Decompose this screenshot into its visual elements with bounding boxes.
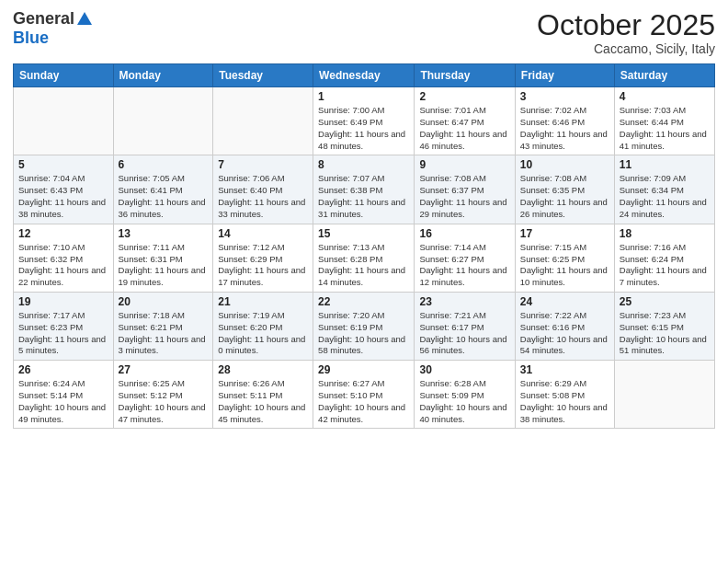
calendar-cell: 17Sunrise: 7:15 AM Sunset: 6:25 PM Dayli… [515,224,614,292]
day-info: Sunrise: 6:29 AM Sunset: 5:08 PM Dayligh… [520,378,609,425]
day-number: 25 [620,295,710,308]
calendar-cell: 1Sunrise: 7:00 AM Sunset: 6:49 PM Daylig… [313,87,415,155]
day-number: 14 [218,227,308,240]
calendar-cell: 11Sunrise: 7:09 AM Sunset: 6:34 PM Dayli… [614,155,714,224]
day-info: Sunrise: 7:08 AM Sunset: 6:35 PM Dayligh… [520,173,609,220]
day-number: 26 [18,363,108,376]
day-number: 15 [318,227,409,240]
day-info: Sunrise: 7:06 AM Sunset: 6:40 PM Dayligh… [218,173,308,220]
day-info: Sunrise: 7:20 AM Sunset: 6:19 PM Dayligh… [318,310,409,357]
day-info: Sunrise: 7:14 AM Sunset: 6:27 PM Dayligh… [419,242,509,289]
calendar-cell: 29Sunrise: 6:27 AM Sunset: 5:10 PM Dayli… [313,361,415,429]
day-number: 2 [419,90,509,103]
day-number: 20 [119,295,209,308]
logo-general-text: General [13,9,74,29]
calendar-cell: 14Sunrise: 7:12 AM Sunset: 6:29 PM Dayli… [213,224,313,292]
day-number: 16 [419,227,509,240]
calendar-cell: 3Sunrise: 7:02 AM Sunset: 6:46 PM Daylig… [515,87,614,155]
calendar-week-row: 26Sunrise: 6:24 AM Sunset: 5:14 PM Dayli… [14,361,715,429]
day-info: Sunrise: 7:18 AM Sunset: 6:21 PM Dayligh… [119,310,209,357]
calendar-day-header: Monday [113,64,213,87]
day-info: Sunrise: 7:09 AM Sunset: 6:34 PM Dayligh… [620,173,710,220]
calendar-cell: 25Sunrise: 7:23 AM Sunset: 6:15 PM Dayli… [614,292,714,360]
calendar-cell: 10Sunrise: 7:08 AM Sunset: 6:35 PM Dayli… [515,155,614,224]
logo-triangle-icon [77,12,92,25]
calendar-cell: 23Sunrise: 7:21 AM Sunset: 6:17 PM Dayli… [415,292,515,360]
day-info: Sunrise: 7:17 AM Sunset: 6:23 PM Dayligh… [18,310,108,357]
calendar-cell: 16Sunrise: 7:14 AM Sunset: 6:27 PM Dayli… [415,224,515,292]
calendar-week-row: 12Sunrise: 7:10 AM Sunset: 6:32 PM Dayli… [14,224,715,292]
day-number: 21 [218,295,308,308]
day-number: 11 [620,158,710,171]
day-number: 30 [419,363,509,376]
calendar-cell: 15Sunrise: 7:13 AM Sunset: 6:28 PM Dayli… [313,224,415,292]
calendar-header-row: SundayMondayTuesdayWednesdayThursdayFrid… [14,64,715,87]
calendar-cell: 9Sunrise: 7:08 AM Sunset: 6:37 PM Daylig… [415,155,515,224]
day-number: 10 [520,158,609,171]
calendar-day-header: Tuesday [213,64,313,87]
calendar-cell: 26Sunrise: 6:24 AM Sunset: 5:14 PM Dayli… [14,361,114,429]
page-container: General Blue October 2025 Caccamo, Sicil… [0,0,728,563]
calendar-cell: 27Sunrise: 6:25 AM Sunset: 5:12 PM Dayli… [113,361,213,429]
day-info: Sunrise: 6:28 AM Sunset: 5:09 PM Dayligh… [419,378,509,425]
day-info: Sunrise: 7:11 AM Sunset: 6:31 PM Dayligh… [119,242,209,289]
calendar-day-header: Saturday [614,64,714,87]
day-info: Sunrise: 7:19 AM Sunset: 6:20 PM Dayligh… [218,310,308,357]
day-number: 19 [18,295,108,308]
day-number: 28 [218,363,308,376]
calendar-cell: 7Sunrise: 7:06 AM Sunset: 6:40 PM Daylig… [213,155,313,224]
calendar-cell: 19Sunrise: 7:17 AM Sunset: 6:23 PM Dayli… [14,292,114,360]
logo: General Blue [13,9,92,48]
calendar-cell: 28Sunrise: 6:26 AM Sunset: 5:11 PM Dayli… [213,361,313,429]
day-info: Sunrise: 7:03 AM Sunset: 6:44 PM Dayligh… [620,105,710,152]
calendar-cell [614,361,714,429]
calendar-cell: 13Sunrise: 7:11 AM Sunset: 6:31 PM Dayli… [113,224,213,292]
calendar-cell: 20Sunrise: 7:18 AM Sunset: 6:21 PM Dayli… [113,292,213,360]
calendar-day-header: Thursday [415,64,515,87]
day-info: Sunrise: 7:02 AM Sunset: 6:46 PM Dayligh… [520,105,609,152]
day-number: 9 [419,158,509,171]
day-info: Sunrise: 7:12 AM Sunset: 6:29 PM Dayligh… [218,242,308,289]
calendar-cell: 4Sunrise: 7:03 AM Sunset: 6:44 PM Daylig… [614,87,714,155]
day-info: Sunrise: 7:05 AM Sunset: 6:41 PM Dayligh… [119,173,209,220]
calendar-table: SundayMondayTuesdayWednesdayThursdayFrid… [13,63,715,429]
calendar-cell [113,87,213,155]
calendar-cell: 24Sunrise: 7:22 AM Sunset: 6:16 PM Dayli… [515,292,614,360]
day-info: Sunrise: 7:23 AM Sunset: 6:15 PM Dayligh… [620,310,710,357]
day-number: 5 [18,158,108,171]
calendar-week-row: 1Sunrise: 7:00 AM Sunset: 6:49 PM Daylig… [14,87,715,155]
day-info: Sunrise: 7:07 AM Sunset: 6:38 PM Dayligh… [318,173,409,220]
calendar-cell [14,87,114,155]
day-number: 3 [520,90,609,103]
day-number: 6 [119,158,209,171]
day-info: Sunrise: 7:01 AM Sunset: 6:47 PM Dayligh… [419,105,509,152]
calendar-day-header: Friday [515,64,614,87]
calendar-cell: 31Sunrise: 6:29 AM Sunset: 5:08 PM Dayli… [515,361,614,429]
calendar-cell: 6Sunrise: 7:05 AM Sunset: 6:41 PM Daylig… [113,155,213,224]
day-number: 17 [520,227,609,240]
day-number: 13 [119,227,209,240]
month-title: October 2025 [537,9,715,41]
location: Caccamo, Sicily, Italy [537,41,715,56]
day-info: Sunrise: 7:22 AM Sunset: 6:16 PM Dayligh… [520,310,609,357]
day-info: Sunrise: 6:24 AM Sunset: 5:14 PM Dayligh… [18,378,108,425]
day-info: Sunrise: 7:10 AM Sunset: 6:32 PM Dayligh… [18,242,108,289]
day-number: 31 [520,363,609,376]
day-info: Sunrise: 7:13 AM Sunset: 6:28 PM Dayligh… [318,242,409,289]
day-number: 29 [318,363,409,376]
day-number: 1 [318,90,409,103]
day-number: 12 [18,227,108,240]
calendar-cell: 12Sunrise: 7:10 AM Sunset: 6:32 PM Dayli… [14,224,114,292]
day-number: 24 [520,295,609,308]
header: General Blue October 2025 Caccamo, Sicil… [13,9,715,56]
calendar-cell: 22Sunrise: 7:20 AM Sunset: 6:19 PM Dayli… [313,292,415,360]
day-info: Sunrise: 7:04 AM Sunset: 6:43 PM Dayligh… [18,173,108,220]
day-info: Sunrise: 6:25 AM Sunset: 5:12 PM Dayligh… [119,378,209,425]
calendar-cell: 21Sunrise: 7:19 AM Sunset: 6:20 PM Dayli… [213,292,313,360]
day-number: 23 [419,295,509,308]
calendar-cell: 5Sunrise: 7:04 AM Sunset: 6:43 PM Daylig… [14,155,114,224]
day-info: Sunrise: 7:00 AM Sunset: 6:49 PM Dayligh… [318,105,409,152]
calendar-cell: 30Sunrise: 6:28 AM Sunset: 5:09 PM Dayli… [415,361,515,429]
calendar-day-header: Wednesday [313,64,415,87]
day-number: 27 [119,363,209,376]
